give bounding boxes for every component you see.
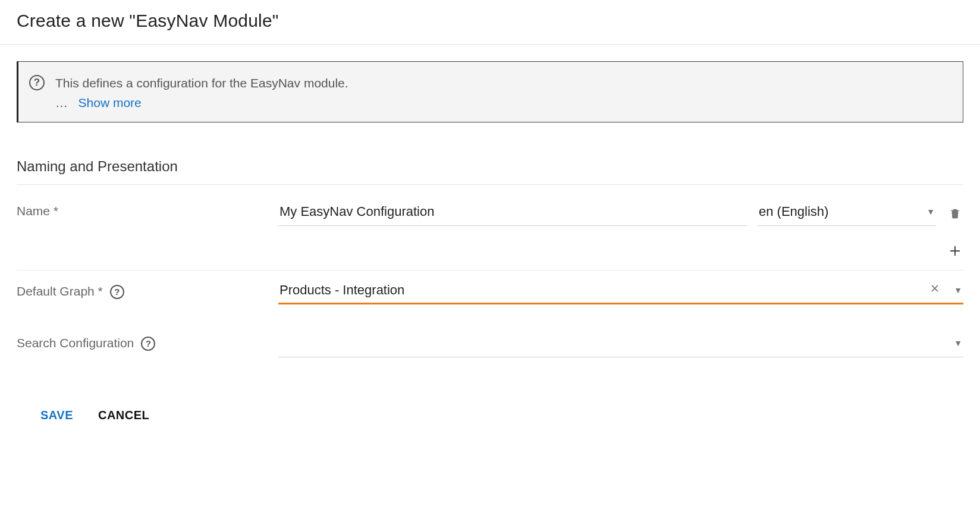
ellipsis: … — [55, 96, 68, 109]
delete-name-button[interactable] — [947, 205, 963, 222]
page-title: Create a new "EasyNav Module" — [0, 0, 980, 44]
info-banner: ? This defines a configuration for the E… — [17, 61, 963, 122]
default-graph-label: Default Graph * — [17, 284, 103, 299]
trash-icon — [948, 207, 962, 220]
section-title: Naming and Presentation — [17, 158, 963, 175]
plus-icon — [948, 244, 962, 258]
chevron-down-icon: ▼ — [954, 338, 962, 348]
search-config-value — [279, 335, 949, 351]
default-graph-value: Products - Integration — [279, 282, 921, 298]
divider — [0, 44, 980, 45]
chevron-down-icon: ▼ — [954, 285, 962, 295]
help-icon[interactable]: ? — [110, 285, 124, 299]
language-value: en (English) — [759, 204, 922, 219]
default-graph-select[interactable]: Products - Integration ▼ — [278, 281, 963, 304]
add-name-button[interactable] — [947, 243, 963, 259]
help-icon[interactable]: ? — [141, 337, 155, 351]
clear-default-graph-button[interactable] — [926, 282, 943, 298]
cancel-button[interactable]: CANCEL — [98, 409, 149, 422]
info-text: This defines a configuration for the Eas… — [55, 74, 348, 93]
language-select[interactable]: en (English) ▼ — [758, 202, 936, 226]
search-config-label: Search Configuration — [17, 336, 134, 350]
name-label: Name * — [17, 204, 58, 218]
chevron-down-icon: ▼ — [926, 207, 935, 216]
name-input[interactable] — [278, 202, 747, 226]
search-config-select[interactable]: ▼ — [278, 333, 963, 357]
close-icon — [929, 282, 941, 294]
show-more-link[interactable]: Show more — [78, 96, 142, 109]
help-icon: ? — [29, 75, 45, 90]
save-button[interactable]: SAVE — [40, 409, 73, 422]
